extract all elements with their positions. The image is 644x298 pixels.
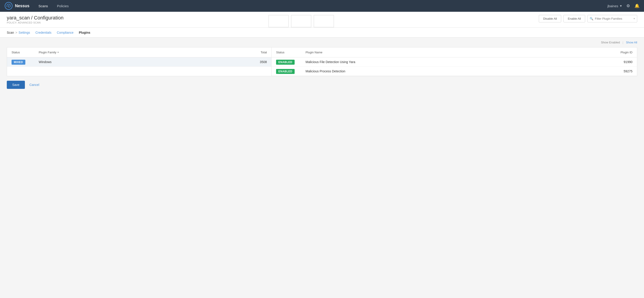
row-plugin-id-cell: 91990 <box>605 60 632 64</box>
breadcrumb-sep-4 <box>75 31 78 34</box>
page-title: yara_scan / Configuration <box>7 15 64 21</box>
topnav-left: Nessus Scans Policies <box>4 2 68 10</box>
sort-icon: ▾ <box>58 51 59 54</box>
filter-toggle-bar: Show Enabled | Show All <box>0 37 644 47</box>
breadcrumb-sep-3 <box>53 31 56 34</box>
filter-separator: | <box>622 41 623 44</box>
page-header-left: yara_scan / Configuration POLICY: ADVANC… <box>7 15 64 24</box>
envelope-shape-1 <box>268 15 289 27</box>
breadcrumb-separator: > <box>16 31 17 34</box>
breadcrumb-tabs: Scan > Settings Credentials Compliance P… <box>0 27 644 37</box>
svg-point-1 <box>9 5 10 6</box>
row-plugin-id-cell: 59275 <box>605 69 632 73</box>
row-status-cell: MIXED <box>12 60 39 64</box>
main-content: Status Plugin Family ▾ Total MIXED Windo… <box>7 47 637 76</box>
envelope-shape-2 <box>291 15 311 27</box>
left-col-status-header: Status <box>12 51 39 54</box>
filter-plugin-families-input[interactable] <box>588 15 637 22</box>
row-plugin-family-cell: Windows <box>39 60 249 64</box>
show-enabled-link[interactable]: Show Enabled <box>601 41 620 44</box>
nessus-logo-icon <box>4 2 13 10</box>
user-menu[interactable]: jbaines ▾ <box>607 4 622 8</box>
enabled-badge: ENABLED <box>276 69 294 74</box>
save-button[interactable]: Save <box>7 81 25 89</box>
topnav-links: Scans Policies <box>38 4 68 8</box>
tab-settings[interactable]: Settings <box>18 31 30 34</box>
left-panel: Status Plugin Family ▾ Total MIXED Windo… <box>7 47 272 76</box>
app-name: Nessus <box>15 3 30 8</box>
tab-compliance[interactable]: Compliance <box>57 31 74 34</box>
envelope-shape-3 <box>314 15 334 27</box>
nav-scans[interactable]: Scans <box>38 4 48 8</box>
breadcrumb-sep-2 <box>32 31 34 34</box>
row-total-cell: 3508 <box>249 60 267 64</box>
right-panel: Status Plugin Name Plugin ID ENABLED Mal… <box>272 47 637 76</box>
page-subtitle: POLICY: ADVANCED SCAN <box>7 21 64 24</box>
nessus-logo[interactable]: Nessus <box>4 2 30 10</box>
user-chevron-icon: ▾ <box>620 4 622 8</box>
row-status-cell: ENABLED <box>276 60 306 64</box>
tab-credentials[interactable]: Credentials <box>35 31 51 34</box>
nav-policies[interactable]: Policies <box>57 4 69 8</box>
username: jbaines <box>607 4 618 8</box>
filter-wrapper: 🔍 ▾ <box>588 15 637 22</box>
tab-plugins[interactable]: Plugins <box>79 31 90 34</box>
search-icon: 🔍 <box>590 17 593 20</box>
table-row[interactable]: ENABLED Malicious Process Detection 5927… <box>272 67 637 76</box>
notifications-icon[interactable]: 🔔 <box>634 3 640 8</box>
right-table-header: Status Plugin Name Plugin ID <box>272 47 637 57</box>
header-decorative <box>267 15 335 27</box>
page-header: yara_scan / Configuration POLICY: ADVANC… <box>0 12 644 27</box>
right-col-status-header: Status <box>276 51 306 54</box>
cancel-button[interactable]: Cancel <box>30 83 39 87</box>
filter-dropdown-icon[interactable]: ▾ <box>634 17 635 20</box>
disable-all-button[interactable]: Disable All <box>539 15 561 22</box>
row-status-cell: ENABLED <box>276 70 306 73</box>
left-col-plugin-family-header[interactable]: Plugin Family ▾ <box>39 51 249 54</box>
settings-icon[interactable]: ⚙ <box>626 3 630 8</box>
show-all-link[interactable]: Show All <box>626 41 637 44</box>
left-col-total-header: Total <box>249 51 267 54</box>
mixed-badge: MIXED <box>12 60 25 65</box>
topnav-right: jbaines ▾ ⚙ 🔔 <box>607 3 640 8</box>
left-table-header: Status Plugin Family ▾ Total <box>7 47 271 57</box>
row-plugin-name-cell: Malicious File Detection Using Yara <box>306 60 605 64</box>
right-col-plugin-id-header: Plugin ID <box>605 51 632 54</box>
page-header-right: Disable All Enable All 🔍 ▾ <box>539 15 637 25</box>
enable-all-button[interactable]: Enable All <box>564 15 585 22</box>
row-plugin-name-cell: Malicious Process Detection <box>306 69 605 73</box>
breadcrumb-scan: Scan <box>7 31 14 34</box>
footer-actions: Save Cancel <box>0 76 644 93</box>
enabled-badge: ENABLED <box>276 60 294 65</box>
topnav: Nessus Scans Policies jbaines ▾ ⚙ 🔔 <box>0 0 644 12</box>
table-row[interactable]: ENABLED Malicious File Detection Using Y… <box>272 57 637 67</box>
table-row[interactable]: MIXED Windows 3508 <box>7 57 271 67</box>
right-col-plugin-name-header: Plugin Name <box>306 51 605 54</box>
